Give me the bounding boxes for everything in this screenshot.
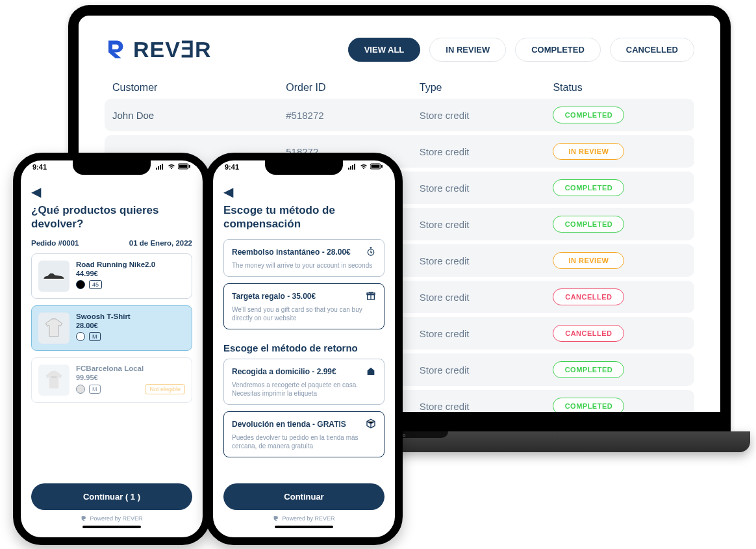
cell-type: Store credit (420, 255, 553, 266)
status-badge: COMPLETED (553, 216, 624, 233)
status-badge: COMPLETED (553, 107, 624, 123)
back-button[interactable]: ◀ (223, 184, 384, 199)
order-date: 01 de Enero, 2022 (129, 239, 192, 247)
product-card[interactable]: Swoosh T-Shirt28.00€M (31, 305, 192, 351)
cell-type: Store credit (420, 292, 553, 303)
col-type: Type (420, 82, 553, 94)
color-swatch (76, 385, 85, 394)
option-title: Reembolso instantáneo - 28.00€ (232, 248, 351, 257)
size-badge: 45 (89, 280, 102, 289)
signal-icon (348, 163, 357, 170)
option-card[interactable]: Devolución en tienda - GRATISPuedes devo… (223, 411, 384, 457)
cell-type: Store credit (420, 146, 553, 157)
page-title: Escoge tu método de compensación (223, 203, 384, 231)
svg-rect-11 (354, 164, 355, 170)
brand-name: REVƎR (133, 36, 211, 62)
option-subtitle: Vendremos a recogerte el paquete en casa… (232, 381, 376, 398)
cell-type: Store credit (420, 183, 553, 194)
signal-icon (156, 163, 165, 170)
option-card[interactable]: Recogida a domicilio - 2.99€Vendremos a … (223, 359, 384, 405)
stopwatch-icon (366, 246, 376, 259)
rever-mini-icon (273, 515, 279, 522)
option-subtitle: The money will arrive to your account in… (232, 261, 376, 270)
powered-by: Powered by REVER (31, 515, 192, 522)
phone-device-compensation: 9:41 ◀ Escoge tu método de compensación … (205, 153, 403, 545)
wifi-icon (359, 163, 368, 170)
status-badge: COMPLETED (553, 179, 624, 196)
box-icon (366, 418, 376, 431)
not-eligible-tag: Not elegible (145, 384, 185, 394)
wifi-icon (167, 163, 176, 170)
cell-type: Store credit (420, 364, 553, 376)
tab-cancelled[interactable]: CANCELLED (610, 38, 694, 62)
back-button[interactable]: ◀ (31, 184, 192, 199)
product-price: 44.99€ (76, 270, 185, 277)
status-badge: CANCELLED (553, 288, 624, 305)
svg-rect-5 (179, 165, 188, 168)
home-indicator[interactable] (82, 526, 141, 528)
svg-rect-3 (162, 164, 163, 170)
product-price: 99.95€ (76, 374, 185, 381)
svg-rect-14 (381, 165, 383, 168)
tab-review[interactable]: IN REVIEW (429, 38, 506, 62)
option-subtitle: We'll send you a gift card so that you c… (232, 305, 376, 322)
col-orderid: Order ID (286, 82, 420, 94)
status-badge: CANCELLED (553, 325, 624, 342)
svg-rect-2 (160, 165, 161, 170)
rever-logo-icon (105, 38, 128, 61)
status-badge: IN REVIEW (553, 143, 624, 160)
status-badge: COMPLETED (553, 398, 624, 415)
svg-rect-8 (348, 168, 349, 170)
svg-rect-1 (158, 166, 159, 170)
size-badge: M (89, 385, 101, 394)
rever-mini-icon (81, 515, 87, 522)
table-header: Customer Order ID Type Status (105, 82, 694, 99)
continue-button[interactable]: Continuar ( 1 ) (31, 483, 192, 510)
svg-rect-9 (350, 166, 351, 170)
cell-type: Store credit (420, 328, 553, 339)
cell-customer: John Doe (112, 110, 286, 121)
svg-rect-0 (156, 168, 157, 170)
option-title: Devolución en tienda - GRATIS (232, 420, 346, 429)
svg-rect-6 (189, 165, 190, 168)
cell-type: Store credit (420, 401, 553, 412)
product-name: Swoosh T-Shirt (76, 313, 185, 320)
page-title: ¿Qué productos quieres devolver? (31, 203, 192, 231)
cell-type: Store credit (420, 219, 553, 230)
product-thumb (38, 313, 69, 344)
status-badge: IN REVIEW (553, 252, 624, 269)
continue-button[interactable]: Continuar (223, 483, 384, 510)
cell-type: Store credit (420, 110, 553, 121)
cell-orderid: #518272 (286, 110, 420, 121)
option-card[interactable]: Targeta regalo - 35.00€We'll send you a … (223, 283, 384, 329)
home-icon (366, 366, 376, 378)
product-thumb (38, 364, 69, 396)
filter-tabs: VIEW ALLIN REVIEWCOMPLETEDCANCELLED (348, 38, 694, 62)
tab-all[interactable]: VIEW ALL (348, 38, 421, 62)
col-status: Status (553, 82, 687, 94)
svg-rect-10 (352, 165, 353, 170)
option-title: Targeta regalo - 35.00€ (232, 292, 316, 301)
color-swatch (76, 280, 85, 289)
product-name: FCBarcelona Local (76, 364, 185, 372)
svg-rect-7 (51, 376, 57, 377)
status-badge: COMPLETED (553, 361, 624, 378)
option-title: Recogida a domicilio - 2.99€ (232, 367, 336, 376)
svg-rect-13 (372, 165, 380, 168)
brand-logo: REVƎR (105, 36, 211, 62)
status-time: 9:41 (225, 163, 239, 171)
tab-completed[interactable]: COMPLETED (515, 38, 601, 62)
battery-icon (370, 163, 383, 170)
status-icons (156, 163, 191, 171)
gift-icon (366, 290, 376, 303)
status-time: 9:41 (32, 163, 47, 171)
home-indicator[interactable] (275, 526, 333, 528)
option-card[interactable]: Reembolso instantáneo - 28.00€The money … (223, 239, 384, 277)
col-customer: Customer (112, 82, 286, 94)
product-card[interactable]: Road Running Nike2.044.99€45 (31, 253, 192, 299)
powered-by: Powered by REVER (223, 515, 384, 522)
table-row[interactable]: John Doe#518272Store creditCOMPLETED (105, 99, 694, 131)
status-icons (348, 163, 383, 171)
phone-device-products: 9:41 ◀ ¿Qué productos quieres devolver? … (13, 153, 210, 545)
option-subtitle: Puedes devolver tu pedido en la tienda m… (232, 433, 376, 450)
